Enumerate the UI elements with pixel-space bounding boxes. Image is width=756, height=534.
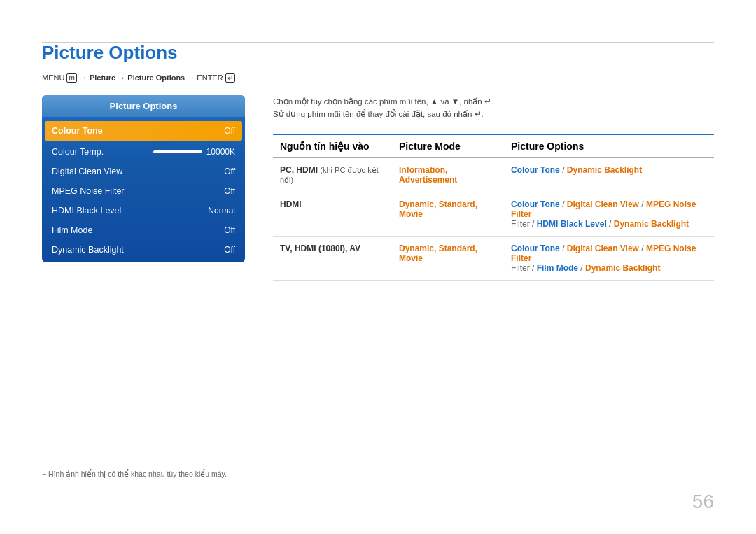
mode-text-1a: Information,Advertisement	[399, 165, 457, 185]
option-digital-clean-view-3: Digital Clean View	[567, 244, 639, 253]
menu-item-dynamic-backlight-value: Off	[224, 245, 235, 255]
table-cell-options-1: Colour Tone / Dynamic Backlight	[504, 157, 714, 192]
menu-item-colour-temp-label: Colour Temp.	[52, 147, 104, 157]
table-cell-mode-1: Information,Advertisement	[392, 157, 504, 192]
sep-2b: /	[641, 199, 646, 209]
colour-temp-slider-container: 10000K	[153, 147, 235, 157]
menu-item-digital-clean-view[interactable]: Digital Clean View Off	[42, 162, 245, 181]
menu-box-title: Picture Options	[42, 95, 245, 117]
footer-note: − Hình ảnh hiển thị có thể khác nhau tùy…	[42, 465, 714, 478]
footer-line	[42, 465, 168, 465]
menu-item-colour-tone-value: Off	[224, 126, 235, 136]
right-panel: Chọn một tùy chọn bằng các phím mũi tên,…	[273, 95, 714, 281]
menu-path: MENU m → Picture → Picture Options → ENT…	[42, 73, 714, 83]
menu-item-mpeg-noise-filter[interactable]: MPEG Noise Filter Off	[42, 181, 245, 201]
option-colour-tone-1: Colour Tone	[511, 165, 560, 175]
table-row: PC, HDMI (khi PC được kết nối) Informati…	[273, 157, 714, 192]
instructions: Chọn một tùy chọn bằng các phím mũi tên,…	[273, 95, 714, 121]
sep-1: /	[562, 165, 567, 175]
menu-item-hdmi-black-level[interactable]: HDMI Black Level Normal	[42, 201, 245, 220]
option-dynamic-backlight-2: Dynamic Backlight	[614, 219, 689, 229]
menu-box: Picture Options Colour Tone Off Colour T…	[42, 95, 245, 262]
menu-item-film-mode[interactable]: Film Mode Off	[42, 220, 245, 240]
table-row: HDMI Dynamic, Standard, Movie Colour Ton…	[273, 192, 714, 236]
table-header-options: Picture Options	[504, 134, 714, 158]
table-header-mode: Picture Mode	[392, 134, 504, 158]
option-dynamic-backlight-3: Dynamic Backlight	[585, 263, 660, 273]
table-cell-options-3: Colour Tone / Digital Clean View / MPEG …	[504, 236, 714, 280]
sep-3c: Filter /	[511, 263, 537, 273]
table-header-source: Nguồn tín hiệu vào	[273, 134, 392, 158]
menu-item-colour-temp[interactable]: Colour Temp. 10000K	[42, 142, 245, 162]
table-body: PC, HDMI (khi PC được kết nối) Informati…	[273, 157, 714, 280]
option-colour-tone-2: Colour Tone	[511, 199, 560, 209]
page-number: 56	[692, 491, 714, 513]
mode-text-2: Dynamic, Standard, Movie	[399, 199, 477, 219]
table-cell-mode-3: Dynamic, Standard, Movie	[392, 236, 504, 280]
menu-item-digital-clean-view-label: Digital Clean View	[52, 167, 122, 176]
source-name-1: PC, HDMI	[280, 165, 318, 175]
table-cell-source-2: HDMI	[273, 192, 392, 236]
table-cell-mode-2: Dynamic, Standard, Movie	[392, 192, 504, 236]
menu-panel: Picture Options Colour Tone Off Colour T…	[42, 95, 245, 281]
table-header-row: Nguồn tín hiệu vào Picture Mode Picture …	[273, 134, 714, 158]
menu-item-colour-temp-value: 10000K	[206, 147, 235, 157]
instruction-line1: Chọn một tùy chọn bằng các phím mũi tên,…	[273, 95, 714, 108]
option-film-mode-3: Film Mode	[537, 263, 578, 273]
top-divider	[42, 42, 714, 43]
menu-item-dynamic-backlight[interactable]: Dynamic Backlight Off	[42, 240, 245, 260]
sep-2a: /	[562, 199, 567, 209]
mode-text-3: Dynamic, Standard, Movie	[399, 244, 477, 263]
option-hdmi-black-level-2: HDMI Black Level	[537, 219, 607, 229]
table-header: Nguồn tín hiệu vào Picture Mode Picture …	[273, 134, 714, 158]
title-section: Picture Options MENU m → Picture → Pictu…	[42, 42, 714, 83]
main-layout: Picture Options Colour Tone Off Colour T…	[42, 95, 714, 281]
table-cell-options-2: Colour Tone / Digital Clean View / MPEG …	[504, 192, 714, 236]
option-digital-clean-view-2: Digital Clean View	[567, 199, 639, 209]
menu-item-digital-clean-view-value: Off	[224, 167, 235, 176]
sep-3b: /	[641, 244, 646, 253]
source-name-3: TV, HDMI (1080i), AV	[280, 244, 360, 253]
table-cell-source-3: TV, HDMI (1080i), AV	[273, 236, 392, 280]
menu-item-film-mode-label: Film Mode	[52, 225, 92, 235]
menu-item-colour-tone[interactable]: Colour Tone Off	[45, 121, 242, 141]
sep-2d: /	[609, 219, 614, 229]
menu-items-list: Colour Tone Off Colour Temp. 10000K	[42, 117, 245, 262]
colour-temp-slider-bar	[153, 150, 202, 153]
menu-item-dynamic-backlight-label: Dynamic Backlight	[52, 245, 124, 255]
sep-2c: Filter /	[511, 219, 537, 229]
sep-3a: /	[562, 244, 567, 253]
menu-path-text: MENU m → Picture → Picture Options → ENT…	[42, 73, 235, 82]
menu-item-hdmi-black-level-value: Normal	[208, 206, 235, 216]
table-cell-source-1: PC, HDMI (khi PC được kết nối)	[273, 157, 392, 192]
menu-item-mpeg-noise-filter-label: MPEG Noise Filter	[52, 186, 125, 196]
footer-text: − Hình ảnh hiển thị có thể khác nhau tùy…	[42, 470, 714, 478]
option-colour-tone-3: Colour Tone	[511, 244, 560, 253]
menu-item-film-mode-value: Off	[224, 225, 235, 235]
page-title: Picture Options	[42, 42, 714, 64]
options-table: Nguồn tín hiệu vào Picture Mode Picture …	[273, 134, 714, 281]
menu-item-mpeg-noise-filter-value: Off	[224, 186, 235, 196]
source-name-2: HDMI	[280, 199, 302, 209]
option-dynamic-backlight-1: Dynamic Backlight	[567, 165, 642, 175]
instruction-line2: Sử dụng phím mũi tên để thay đổi cài đặt…	[273, 108, 714, 120]
table-row: TV, HDMI (1080i), AV Dynamic, Standard, …	[273, 236, 714, 280]
menu-item-colour-tone-label: Colour Tone	[52, 126, 103, 136]
menu-item-hdmi-black-level-label: HDMI Black Level	[52, 206, 121, 216]
